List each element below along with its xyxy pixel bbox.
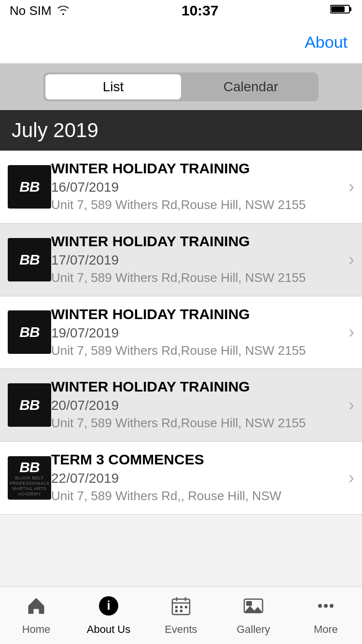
svg-rect-11 <box>185 606 187 608</box>
event-title-5: TERM 3 COMMENCES <box>51 451 340 468</box>
event-logo-5: BB BLACK BELT PROFESSIONALSMARTIAL ARTS … <box>8 456 51 500</box>
status-left: No SIM <box>10 3 70 18</box>
event-list: BB WINTER HOLIDAY TRAINING 16/07/2019 Un… <box>0 151 362 515</box>
event-address-4: Unit 7, 589 Withers Rd,Rouse Hill, NSW 2… <box>51 415 340 432</box>
event-item-1[interactable]: BB WINTER HOLIDAY TRAINING 16/07/2019 Un… <box>0 151 362 224</box>
chevron-right-icon-2: › <box>348 250 354 270</box>
chevron-right-icon-3: › <box>348 322 354 342</box>
svg-rect-10 <box>180 606 182 608</box>
tab-more-label: More <box>314 623 338 636</box>
status-right <box>330 4 352 17</box>
battery-icon <box>330 4 352 17</box>
event-item-3[interactable]: BB WINTER HOLIDAY TRAINING 19/07/2019 Un… <box>0 296 362 369</box>
segment-calendar-button[interactable]: Calendar <box>183 72 319 101</box>
tab-events[interactable]: Events <box>145 595 217 636</box>
segment-wrapper: List Calendar <box>0 64 362 110</box>
carrier-label: No SIM <box>10 3 52 18</box>
event-date-4: 20/07/2019 <box>51 398 340 413</box>
tab-gallery[interactable]: Gallery <box>217 595 290 636</box>
event-item-5[interactable]: BB BLACK BELT PROFESSIONALSMARTIAL ARTS … <box>0 442 362 515</box>
event-date-3: 19/07/2019 <box>51 325 340 341</box>
gallery-icon <box>243 595 264 621</box>
chevron-right-icon-5: › <box>348 468 354 488</box>
event-logo-3: BB <box>8 310 51 354</box>
segment-list-button[interactable]: List <box>45 74 181 99</box>
month-label: July 2019 <box>12 119 98 141</box>
chevron-right-icon-1: › <box>348 177 354 197</box>
event-logo-4: BB <box>8 383 51 427</box>
event-title-2: WINTER HOLIDAY TRAINING <box>51 233 340 250</box>
svg-rect-13 <box>180 610 182 612</box>
info-icon: i <box>98 595 119 621</box>
event-address-5: Unit 7, 589 Withers Rd,, Rouse Hill, NSW <box>51 488 340 504</box>
event-content-2: WINTER HOLIDAY TRAINING 17/07/2019 Unit … <box>51 233 354 286</box>
event-address-1: Unit 7, 589 Withers Rd,Rouse Hill, NSW 2… <box>51 197 340 213</box>
tab-bar: Home i About Us Events <box>0 586 362 644</box>
svg-rect-15 <box>246 601 252 606</box>
event-content-1: WINTER HOLIDAY TRAINING 16/07/2019 Unit … <box>51 160 354 213</box>
event-title-4: WINTER HOLIDAY TRAINING <box>51 378 340 395</box>
tab-about-us-label: About Us <box>87 623 131 636</box>
event-title-3: WINTER HOLIDAY TRAINING <box>51 306 340 322</box>
status-time: 10:37 <box>181 2 219 19</box>
event-item-4[interactable]: BB WINTER HOLIDAY TRAINING 20/07/2019 Un… <box>0 369 362 442</box>
tab-home[interactable]: Home <box>0 595 72 636</box>
tab-events-label: Events <box>165 623 197 636</box>
event-title-1: WINTER HOLIDAY TRAINING <box>51 160 340 177</box>
svg-point-17 <box>318 604 322 608</box>
event-date-2: 17/07/2019 <box>51 252 340 268</box>
event-item-2[interactable]: BB WINTER HOLIDAY TRAINING 17/07/2019 Un… <box>0 224 362 296</box>
event-date-1: 16/07/2019 <box>51 180 340 195</box>
month-header: July 2019 <box>0 110 362 151</box>
about-button[interactable]: About <box>305 33 348 52</box>
wifi-icon <box>56 3 70 18</box>
svg-rect-9 <box>175 606 178 608</box>
svg-point-18 <box>324 604 328 608</box>
home-icon <box>26 595 47 621</box>
event-content-3: WINTER HOLIDAY TRAINING 19/07/2019 Unit … <box>51 306 354 359</box>
event-content-4: WINTER HOLIDAY TRAINING 20/07/2019 Unit … <box>51 378 354 432</box>
calendar-icon <box>170 595 192 621</box>
svg-rect-12 <box>175 610 178 612</box>
nav-header: About <box>0 21 362 64</box>
svg-text:i: i <box>107 598 110 613</box>
tab-home-label: Home <box>22 623 51 636</box>
chevron-right-icon-4: › <box>348 395 354 415</box>
more-icon <box>315 595 336 621</box>
event-date-5: 22/07/2019 <box>51 471 340 486</box>
svg-point-19 <box>330 604 334 608</box>
event-content-5: TERM 3 COMMENCES 22/07/2019 Unit 7, 589 … <box>51 451 354 504</box>
svg-marker-16 <box>244 606 263 613</box>
svg-rect-1 <box>349 7 351 11</box>
segment-control: List Calendar <box>43 72 319 101</box>
event-logo-1: BB <box>8 165 51 209</box>
event-address-3: Unit 7, 589 Withers Rd,Rouse Hill, NSW 2… <box>51 343 340 359</box>
svg-rect-2 <box>331 6 345 12</box>
status-bar: No SIM 10:37 <box>0 0 362 21</box>
event-logo-2: BB <box>8 238 51 281</box>
tab-gallery-label: Gallery <box>237 623 270 636</box>
event-address-2: Unit 7, 589 Withers Rd,Rouse Hill, NSW 2… <box>51 270 340 286</box>
tab-more[interactable]: More <box>290 595 362 636</box>
tab-about-us[interactable]: i About Us <box>72 595 145 636</box>
